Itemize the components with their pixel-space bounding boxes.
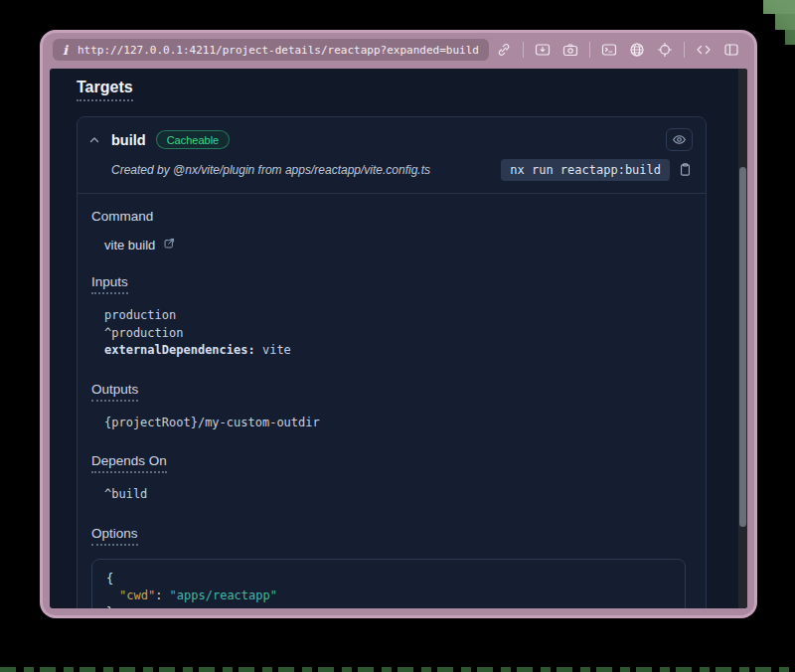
created-by-row: Created by @nx/vite/plugin from apps/rea… bbox=[78, 153, 706, 193]
outputs-list: {projectRoot}/my-custom-outdir bbox=[104, 415, 686, 432]
target-name: build bbox=[111, 132, 146, 148]
background-fragment-dashes bbox=[0, 667, 795, 672]
input-item: externalDependencies: vite bbox=[104, 342, 686, 360]
globe-icon[interactable] bbox=[628, 41, 646, 59]
scrollbar-thumb[interactable] bbox=[739, 167, 746, 527]
command-label: Command bbox=[91, 209, 686, 224]
split-panel-icon[interactable] bbox=[722, 41, 740, 59]
info-icon: i bbox=[63, 43, 68, 58]
build-card-header[interactable]: build Cacheable bbox=[78, 117, 706, 153]
link-icon[interactable] bbox=[495, 41, 513, 59]
code-line: { bbox=[106, 571, 671, 588]
background-fragment bbox=[763, 0, 795, 14]
screen: i http://127.0.0.1:4211/project-details/… bbox=[0, 0, 795, 672]
browser-window: i http://127.0.0.1:4211/project-details/… bbox=[40, 30, 757, 618]
copy-icon[interactable] bbox=[678, 162, 694, 178]
background-fragment bbox=[775, 14, 795, 30]
build-card-body: Command vite build Inputs production ^pr… bbox=[78, 194, 706, 608]
url-bar[interactable]: i http://127.0.0.1:4211/project-details/… bbox=[53, 39, 489, 61]
inputs-label[interactable]: Inputs bbox=[91, 274, 686, 294]
browser-toolbar: i http://127.0.0.1:4211/project-details/… bbox=[43, 33, 754, 67]
background-fragment bbox=[785, 30, 795, 45]
input-item: production bbox=[104, 307, 686, 325]
command-value: vite build bbox=[104, 237, 686, 252]
camera-icon[interactable] bbox=[561, 41, 579, 59]
options-code-block: { "cwd": "apps/reactapp" } bbox=[91, 559, 686, 609]
page-title: Targets bbox=[77, 69, 747, 101]
code-line: } bbox=[106, 604, 671, 609]
code-icon[interactable] bbox=[695, 41, 713, 59]
options-label[interactable]: Options bbox=[91, 526, 686, 546]
inputs-list: production ^production externalDependenc… bbox=[104, 307, 686, 360]
depends-on-label[interactable]: Depends On bbox=[91, 453, 686, 473]
toolbar-divider bbox=[523, 42, 524, 58]
chevron-up-icon[interactable] bbox=[87, 133, 101, 147]
toolbar-divider bbox=[589, 42, 590, 58]
target-icon[interactable] bbox=[656, 41, 674, 59]
depends-on-item: ^build bbox=[104, 486, 686, 504]
run-command-group: nx run reactapp:build bbox=[501, 159, 694, 181]
eye-button[interactable] bbox=[666, 128, 693, 151]
output-item: {projectRoot}/my-custom-outdir bbox=[104, 415, 686, 432]
cacheable-badge: Cacheable bbox=[156, 130, 231, 149]
run-command-pill: nx run reactapp:build bbox=[501, 159, 670, 181]
created-by-text: Created by @nx/vite/plugin from apps/rea… bbox=[111, 163, 430, 177]
code-line: "cwd": "apps/reactapp" bbox=[106, 588, 671, 604]
scrollbar-track[interactable] bbox=[738, 69, 747, 608]
url-text: http://127.0.0.1:4211/project-details/re… bbox=[78, 44, 479, 57]
page-viewport: Targets build Cacheable Created by @nx/v… bbox=[50, 69, 747, 608]
outputs-label[interactable]: Outputs bbox=[91, 382, 686, 402]
external-link-icon[interactable] bbox=[163, 237, 176, 252]
target-card-build: build Cacheable Created by @nx/vite/plug… bbox=[77, 116, 707, 608]
toolbar-divider bbox=[684, 42, 685, 58]
open-window-icon[interactable] bbox=[534, 41, 552, 59]
toolbar-actions bbox=[495, 41, 744, 59]
input-item: ^production bbox=[104, 325, 686, 343]
terminal-icon[interactable] bbox=[600, 41, 618, 59]
depends-on-list: ^build bbox=[104, 486, 686, 504]
